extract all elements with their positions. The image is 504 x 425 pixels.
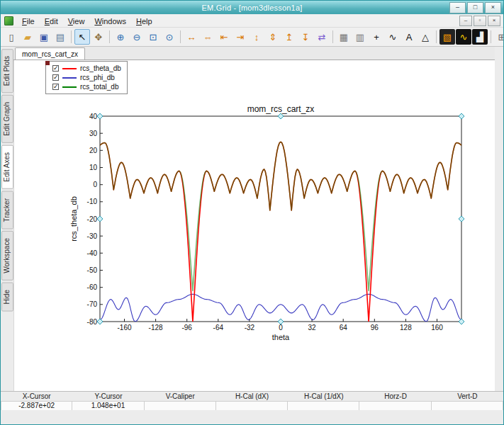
window-title: EM.Grid - [mom3dlesson1a] <box>1 4 503 12</box>
y-tick-label: -10 <box>87 198 98 205</box>
new-file-icon[interactable]: ▯ <box>4 29 19 45</box>
legend-label: rcs_total_db <box>80 83 118 91</box>
menu-help[interactable]: Help <box>131 16 157 26</box>
sidebar-tab-edit-axes[interactable]: Edit Axes <box>1 145 13 189</box>
plot-frame[interactable] <box>100 116 461 322</box>
chart-area[interactable]: -160-128-96-64-320326496128160403020100-… <box>13 60 495 391</box>
add-marker-icon[interactable]: + <box>369 29 384 45</box>
legend-panel[interactable]: ✓rcs_theta_db✓rcs_phi_db✓rcs_total_db <box>45 61 128 94</box>
app-icon[interactable] <box>4 16 13 26</box>
pan-hand-icon[interactable]: ✥ <box>91 29 106 45</box>
sidebar-tab-edit-graph[interactable]: Edit Graph <box>1 95 13 143</box>
status-col-0: X-Cursor <box>1 392 72 400</box>
compress-x-left-icon[interactable]: ⇤ <box>216 29 232 45</box>
save-icon[interactable]: ▣ <box>36 29 52 45</box>
x-tick-label: 128 <box>400 324 412 332</box>
y-tick-label: -60 <box>87 283 98 291</box>
mdi-restore-button[interactable]: ▫ <box>474 16 486 26</box>
status-val-6 <box>432 401 503 411</box>
content-area: mom_rcs_cart_zx -160-128-96-64-320326496… <box>13 47 503 391</box>
status-col-5: Horz-D <box>359 392 431 400</box>
status-col-2: V-Caliper <box>145 392 216 400</box>
x-tick-label: -64 <box>213 324 224 332</box>
menu-edit[interactable]: Edit <box>40 16 63 26</box>
expand-x-icon[interactable]: ⇔ <box>200 29 215 45</box>
sidebar-tab-workspace[interactable]: Workspace <box>1 231 13 280</box>
menu-file[interactable]: File <box>17 16 40 26</box>
axes-box-icon[interactable]: ⊞ <box>494 29 504 45</box>
x-tick-label: -32 <box>245 324 255 332</box>
legend-swatch <box>62 68 77 69</box>
x-tick-label: 160 <box>431 324 443 332</box>
checkbox-rcs_theta_db[interactable]: ✓ <box>52 65 59 72</box>
legend-swatch <box>62 77 77 79</box>
toolbar-separator <box>109 30 110 43</box>
swap-axes-icon[interactable]: ⇄ <box>314 29 330 45</box>
y-tick-label: -80 <box>87 318 98 326</box>
zoom-reset-icon[interactable]: ⊙ <box>162 29 177 45</box>
y-tick-label: 10 <box>89 164 98 171</box>
x-tick-label: 32 <box>308 324 317 332</box>
x-tick-label: 96 <box>371 324 379 332</box>
legend-grip[interactable] <box>45 61 50 65</box>
checkbox-rcs_total_db[interactable]: ✓ <box>52 84 59 90</box>
maximize-button[interactable]: □ <box>467 2 483 13</box>
x-tick-label: -96 <box>181 324 192 332</box>
x-tick-label: -160 <box>117 324 131 332</box>
scroll-y-icon[interactable]: ↕ <box>249 29 264 45</box>
add-shape-icon[interactable]: △ <box>418 29 433 45</box>
zoom-in-icon[interactable]: ⊕ <box>113 29 128 45</box>
y-tick-label: -50 <box>87 266 98 274</box>
shift-y-up-icon[interactable]: ↥ <box>281 29 297 45</box>
status-col-6: Vert-D <box>432 392 503 400</box>
scope-trace-icon[interactable]: ∿ <box>456 29 471 45</box>
scope-bars-icon[interactable]: ▟ <box>472 29 488 45</box>
mdi-close-button[interactable]: × <box>488 16 500 26</box>
tab-mom-rcs-cart-zx[interactable]: mom_rcs_cart_zx <box>15 47 85 60</box>
scroll-x-icon[interactable]: ↔ <box>184 29 199 45</box>
zoom-out-icon[interactable]: ⊖ <box>129 29 145 45</box>
shift-y-down-icon[interactable]: ↧ <box>298 29 313 45</box>
status-col-3: H-Cal (dX) <box>216 392 288 400</box>
legend-item-rcs_phi_db[interactable]: ✓rcs_phi_db <box>48 73 121 82</box>
checkbox-rcs_phi_db[interactable]: ✓ <box>52 74 59 81</box>
menu-windows[interactable]: Windows <box>89 16 131 26</box>
colormap-icon[interactable]: ▧ <box>439 29 455 45</box>
toolbar-separator <box>71 30 72 43</box>
y-axis-label: rcs_theta_db <box>69 193 78 244</box>
toolbar: ▯▰▣▤↖✥⊕⊖⊡⊙↔⇔⇤⇥↕⇕↥↧⇄▦▥+∿A△▧∿▟⊞▢⊟⇹▬≡Layout… <box>1 28 503 47</box>
sidebar-tab-edit-plots[interactable]: Edit Plots <box>1 49 13 93</box>
sidebar-tab-hide[interactable]: Hide <box>1 283 13 312</box>
print-icon[interactable]: ▤ <box>52 29 68 45</box>
select-cursor-icon[interactable]: ↖ <box>74 29 90 45</box>
toolbar-separator <box>436 30 437 43</box>
zoom-window-icon[interactable]: ⊡ <box>145 29 161 45</box>
legend-swatch <box>62 86 77 88</box>
status-header-row: X-CursorY-CursorV-CaliperH-Cal (dX)H-Cal… <box>1 392 503 401</box>
status-bar: X-CursorY-CursorV-CaliperH-Cal (dX)H-Cal… <box>1 391 503 410</box>
minimize-button[interactable]: – <box>449 2 466 13</box>
legend-item-rcs_theta_db[interactable]: ✓rcs_theta_db <box>48 64 121 73</box>
x-tick-label: 0 <box>279 324 283 332</box>
x-tick-label: -128 <box>149 324 163 332</box>
expand-y-icon[interactable]: ⇕ <box>265 29 281 45</box>
frame-icon[interactable]: ▥ <box>352 29 368 45</box>
y-tick-label: 0 <box>93 181 97 188</box>
mdi-minimize-button[interactable]: – <box>459 16 472 26</box>
title-bar[interactable]: EM.Grid - [mom3dlesson1a] –□× <box>1 1 503 14</box>
compress-x-right-icon[interactable]: ⇥ <box>233 29 248 45</box>
sidebar-tabs: Edit PlotsEdit GraphEdit AxesTrackerWork… <box>1 47 13 391</box>
toolbar-separator <box>332 30 333 43</box>
open-folder-icon[interactable]: ▰ <box>20 29 35 45</box>
close-button[interactable]: × <box>485 2 501 13</box>
x-axis-label: theta <box>100 333 461 341</box>
add-text-icon[interactable]: A <box>401 29 417 45</box>
y-tick-label: -70 <box>87 300 98 308</box>
sidebar-tab-tracker[interactable]: Tracker <box>1 191 13 230</box>
legend-item-rcs_total_db[interactable]: ✓rcs_total_db <box>48 82 121 91</box>
status-val-3 <box>216 401 288 411</box>
document-tabstrip: mom_rcs_cart_zx <box>13 47 495 60</box>
grid-icon[interactable]: ▦ <box>336 29 352 45</box>
menu-view[interactable]: View <box>63 16 90 26</box>
add-curve-icon[interactable]: ∿ <box>385 29 401 45</box>
